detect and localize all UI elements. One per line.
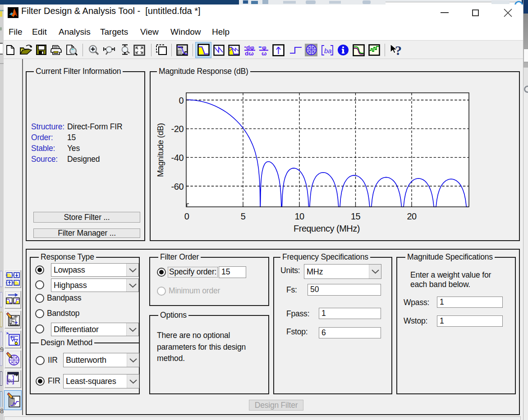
svg-text:5: 5 [241, 211, 246, 221]
svg-text:dω: dω [245, 50, 254, 56]
svg-text:-20: -20 [171, 124, 184, 134]
svg-text:ba: ba [8, 378, 14, 384]
svg-text:Magnitude (dB): Magnitude (dB) [156, 123, 165, 177]
svg-text:0: 0 [179, 96, 184, 105]
svg-text:Frequency (MHz): Frequency (MHz) [294, 224, 360, 233]
svg-text:10: 10 [294, 211, 304, 221]
svg-text:ba: ba [324, 47, 332, 55]
svg-text:15: 15 [351, 211, 361, 221]
svg-text:0: 0 [184, 211, 189, 221]
svg-text:-40: -40 [171, 153, 184, 163]
svg-text:ω: ω [262, 50, 266, 56]
svg-text:-60: -60 [171, 182, 184, 192]
svg-text:?: ? [395, 43, 402, 57]
svg-text:20: 20 [407, 211, 417, 221]
